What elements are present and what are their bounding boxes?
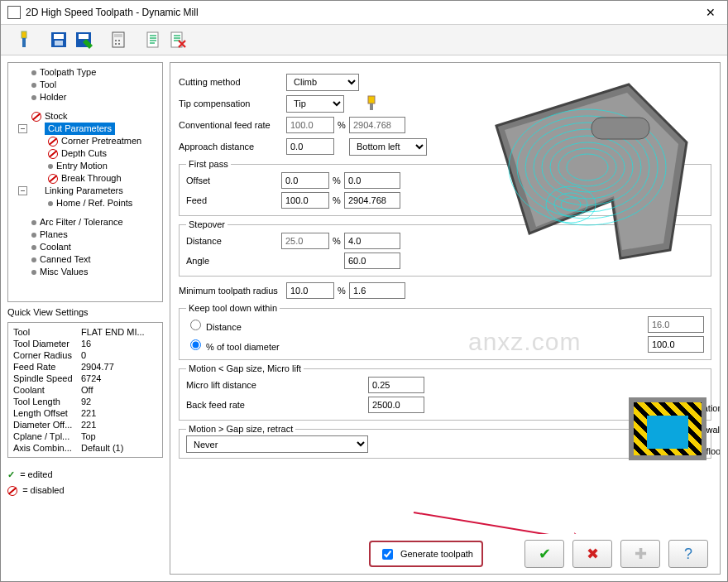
collapse-icon[interactable]: – [18, 186, 27, 195]
approach-input[interactable] [286, 138, 334, 155]
quick-view-row: Axis Combin...Default (1) [13, 442, 157, 454]
tree-misc-values[interactable]: Misc Values [13, 266, 162, 278]
first-offset-pct[interactable] [281, 172, 329, 189]
cutting-method-label: Cutting method [179, 77, 286, 87]
disabled-icon [7, 486, 17, 496]
tree-stock[interactable]: Stock [13, 110, 162, 123]
tree-depth-cuts[interactable]: Depth Cuts [13, 147, 162, 160]
dialog-window: 2D High Speed Toolpath - Dynamic Mill ✕ … [0, 0, 728, 582]
disabled-icon [48, 149, 58, 159]
save-as-button[interactable] [72, 28, 95, 51]
quick-view-row: Spindle Speed6724 [13, 373, 157, 384]
left-column: Toolpath Type Tool Holder Stock –Cut Par… [7, 62, 163, 575]
svg-rect-0 [22, 31, 26, 38]
apply-button[interactable]: ✚ [620, 540, 660, 568]
svg-rect-16 [370, 103, 373, 110]
document-button[interactable] [141, 28, 165, 51]
ok-button[interactable]: ✔ [524, 540, 564, 568]
retract-select[interactable]: Never [186, 435, 368, 453]
quick-view-heading: Quick View Settings [7, 307, 163, 317]
tree-planes[interactable]: Planes [13, 228, 162, 241]
tool-icon[interactable] [12, 28, 36, 51]
dialog-footer: Generate toolpath ✔ ✖ ✚ ? [170, 534, 720, 574]
tree-tool[interactable]: Tool [13, 79, 162, 91]
disabled-icon [31, 112, 41, 122]
svg-rect-1 [22, 38, 26, 47]
conv-feed-val [349, 117, 405, 133]
first-feed-val[interactable] [344, 192, 400, 209]
svg-rect-4 [55, 41, 63, 46]
back-feed-val[interactable] [368, 397, 424, 413]
toolbar [1, 25, 727, 55]
quick-view-row: Length Offset221 [13, 407, 157, 419]
keep-tool-down-group: Keep tool down within Distance % of tool… [179, 303, 711, 360]
svg-rect-28 [592, 118, 649, 139]
svg-rect-6 [79, 34, 89, 39]
svg-point-12 [118, 43, 120, 45]
svg-rect-3 [54, 34, 64, 39]
collapse-icon[interactable]: – [18, 124, 27, 133]
svg-rect-8 [114, 34, 122, 37]
keep-pct-radio[interactable]: % of tool diameter [186, 337, 280, 352]
stepover-angle[interactable] [344, 253, 400, 269]
generate-toolpath-checkbox[interactable]: Generate toolpath [369, 541, 483, 567]
disabled-icon [48, 174, 58, 184]
tree-entry-motion[interactable]: Entry Motion [13, 160, 162, 172]
tip-comp-label: Tip compensation [179, 99, 286, 108]
check-icon: ✓ [7, 469, 15, 479]
first-offset-val[interactable] [344, 172, 400, 189]
legend: ✓ = edited = disabled [7, 469, 163, 496]
conv-feed-pct [286, 117, 334, 133]
tree-linking-parameters[interactable]: –Linking Parameters [13, 185, 162, 197]
tree-canned-text[interactable]: Canned Text [13, 253, 162, 266]
micro-lift-val[interactable] [368, 377, 424, 393]
tip-comp-select[interactable]: Tip [286, 95, 344, 113]
approach-label: Approach distance [179, 142, 286, 152]
keep-distance-radio[interactable]: Distance [186, 317, 242, 332]
tree-cut-parameters[interactable]: –Cut Parameters [13, 123, 162, 135]
tree-toolpath-type[interactable]: Toolpath Type [13, 66, 162, 79]
quick-view-row: Feed Rate2904.77 [13, 361, 157, 373]
tree-arc-filter[interactable]: Arc Filter / Tolerance [13, 216, 162, 228]
parameter-tree[interactable]: Toolpath Type Tool Holder Stock –Cut Par… [7, 62, 163, 302]
svg-point-11 [115, 43, 117, 45]
tree-break-through[interactable]: Break Through [13, 172, 162, 185]
min-radius-label: Minimum toolpath radius [179, 286, 286, 296]
tree-corner-pretreatment[interactable]: Corner Pretreatmen [13, 135, 162, 147]
cutting-method-select[interactable]: Climb [286, 74, 359, 91]
min-radius-val[interactable] [349, 282, 405, 299]
app-icon [7, 6, 21, 19]
keep-distance-val [648, 316, 704, 333]
cancel-button[interactable]: ✖ [572, 540, 612, 568]
quick-view-row: Tool Length92 [13, 396, 157, 407]
tree-coolant[interactable]: Coolant [13, 241, 162, 253]
disabled-icon [48, 137, 58, 147]
tree-home-ref-points[interactable]: Home / Ref. Points [13, 197, 162, 209]
window-title: 2D High Speed Toolpath - Dynamic Mill [26, 7, 199, 18]
quick-view-row: Corner Radius0 [13, 349, 157, 361]
first-feed-pct[interactable] [281, 192, 329, 209]
quick-view-row: Cplane / Tpl...Top [13, 430, 157, 442]
svg-point-10 [118, 40, 120, 41]
window-close-button[interactable]: ✕ [694, 1, 727, 24]
approach-pos-select[interactable]: Bottom left [349, 138, 427, 156]
quick-view-row: Diameter Off...221 [13, 419, 157, 430]
stepover-dist-val[interactable] [344, 233, 400, 249]
svg-rect-13 [147, 32, 158, 47]
stock-diagram [629, 397, 706, 460]
save-button[interactable] [47, 28, 70, 51]
quick-view-panel: ToolFLAT END MI...Tool Diameter16Corner … [7, 322, 163, 458]
tip-comp-icon [364, 95, 379, 112]
keep-pct-val[interactable] [648, 336, 704, 353]
help-button[interactable]: ? [668, 540, 708, 568]
toolpath-preview [463, 68, 711, 283]
conv-feed-label: Conventional feed rate [179, 120, 286, 130]
calculator-button[interactable] [107, 28, 130, 51]
stepover-dist-pct [281, 233, 329, 249]
svg-rect-15 [368, 96, 375, 103]
svg-point-9 [115, 40, 117, 41]
min-radius-pct[interactable] [286, 282, 334, 299]
tree-holder[interactable]: Holder [13, 91, 162, 103]
quick-view-row: CoolantOff [13, 384, 157, 396]
document-delete-button[interactable] [166, 28, 189, 51]
